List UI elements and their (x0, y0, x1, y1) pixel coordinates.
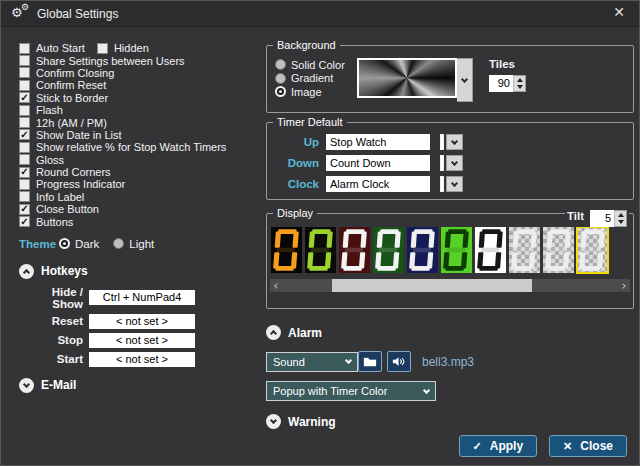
checkbox[interactable] (19, 117, 30, 128)
scrollbar-thumb[interactable] (332, 279, 532, 292)
digit-style-tile[interactable] (339, 227, 370, 273)
checkbox[interactable] (19, 179, 30, 190)
checkbox[interactable] (97, 43, 108, 54)
checkbox-item[interactable]: Share Settings between Users (19, 55, 185, 67)
timer-type-field[interactable]: Stop Watch (326, 134, 430, 150)
tiles-spinner-arrows[interactable] (513, 75, 526, 92)
theme-option[interactable]: Dark (59, 238, 99, 250)
timer-color-combo[interactable] (440, 134, 463, 150)
checkbox-item[interactable]: Confirm Reset (19, 79, 106, 91)
timer-color-combo[interactable] (440, 176, 463, 192)
alarm-sound-file[interactable]: bell3.mp3 (422, 355, 474, 369)
background-radio[interactable] (275, 59, 286, 70)
checkbox-item[interactable]: ✓Buttons (19, 216, 73, 228)
checkbox[interactable] (19, 142, 30, 153)
checkbox[interactable] (19, 67, 30, 78)
alarm-sound-select[interactable]: Sound (266, 352, 358, 372)
checkbox[interactable] (19, 43, 30, 54)
scroll-left-icon[interactable] (270, 279, 284, 292)
timer-type-field[interactable]: Alarm Clock (326, 176, 430, 192)
alarm-header[interactable]: Alarm (266, 325, 634, 340)
color-swatch-box[interactable] (440, 134, 444, 150)
checkbox[interactable]: ✓ (19, 204, 30, 215)
hotkeys-header-label: Hotkeys (41, 264, 88, 278)
hotkeys-header[interactable]: Hotkeys (19, 264, 263, 279)
digit-style-tile[interactable] (509, 227, 540, 273)
digit-style-tile[interactable] (441, 227, 472, 273)
theme-radio[interactable] (59, 238, 70, 249)
digit-style-tile[interactable] (577, 227, 608, 273)
digit-style-tile[interactable] (271, 227, 302, 273)
tilt-spinner-arrows[interactable] (614, 210, 627, 227)
spin-down-icon[interactable] (618, 220, 624, 224)
background-radio[interactable] (275, 86, 286, 97)
background-option[interactable]: Image (275, 85, 357, 99)
color-swatch-box[interactable] (440, 176, 444, 192)
color-dropdown-button[interactable] (446, 176, 463, 192)
digit-style-tile[interactable] (373, 227, 404, 273)
digit-style-tile[interactable] (543, 227, 574, 273)
checkbox[interactable] (19, 154, 30, 165)
collapse-up-icon[interactable] (19, 264, 34, 279)
checkbox[interactable] (19, 80, 30, 91)
digit-style-tile[interactable] (475, 227, 506, 273)
checkbox-item[interactable]: ✓Stick to Border (19, 92, 108, 104)
color-dropdown-button[interactable] (446, 155, 463, 171)
checkbox-item[interactable]: Hidden (97, 42, 149, 54)
checkbox-item[interactable]: Flash (19, 104, 63, 116)
titlebar-close-icon[interactable]: ✕ (613, 4, 625, 20)
checkbox-item[interactable]: 12h (AM / PM) (19, 117, 107, 129)
checkbox[interactable] (19, 191, 30, 202)
background-preview-dropdown-button[interactable] (457, 58, 473, 102)
warning-header[interactable]: Warning (266, 414, 634, 429)
scroll-right-icon[interactable] (616, 279, 630, 292)
color-dropdown-button[interactable] (446, 134, 463, 150)
display-scrollbar[interactable] (270, 279, 630, 292)
checkbox-item[interactable]: Gloss (19, 154, 64, 166)
checkbox[interactable] (19, 55, 30, 66)
checkbox-item[interactable]: Progress Indicator (19, 178, 125, 190)
checkbox[interactable]: ✓ (19, 92, 30, 103)
settings-gears-icon: ⚙ ⚙ (11, 5, 31, 23)
background-radio[interactable] (275, 73, 286, 84)
checkbox-item[interactable]: Show relative % for Stop Watch Timers (19, 141, 226, 153)
checkbox-item[interactable]: ✓Close Button (19, 203, 99, 215)
background-image-preview[interactable] (357, 58, 457, 98)
browse-sound-button[interactable] (358, 351, 382, 372)
checkbox-item[interactable]: ✓Show Date in List (19, 129, 122, 141)
hotkey-value-field[interactable]: < not set > (89, 352, 195, 367)
checkbox-item[interactable]: Confirm Closing (19, 67, 114, 79)
checkbox-item[interactable]: Info Label (19, 191, 84, 203)
apply-button[interactable]: ✓ Apply (459, 435, 538, 457)
theme-radio[interactable] (113, 238, 124, 249)
hotkey-value-field[interactable]: < not set > (89, 333, 195, 348)
hotkey-value-field[interactable]: < not set > (89, 314, 195, 329)
play-sound-button[interactable] (387, 351, 411, 372)
checkbox[interactable] (19, 105, 30, 116)
checkbox[interactable]: ✓ (19, 129, 30, 140)
spin-up-icon[interactable] (618, 213, 624, 217)
expand-down-icon[interactable] (19, 378, 34, 393)
alarm-popup-select[interactable]: Popup with Timer Color (266, 381, 436, 401)
checkbox[interactable]: ✓ (19, 216, 30, 227)
checkbox[interactable]: ✓ (19, 167, 30, 178)
tilt-value[interactable]: 5 (590, 210, 614, 227)
collapse-up-icon[interactable] (266, 325, 281, 340)
spin-up-icon[interactable] (517, 78, 523, 82)
background-option[interactable]: Gradient (275, 72, 357, 86)
checkbox-item[interactable]: Auto Start (19, 42, 85, 54)
color-swatch-box[interactable] (440, 155, 444, 171)
tiles-value[interactable]: 90 (489, 75, 513, 92)
hotkey-value-field[interactable]: Ctrl + NumPad4 (89, 290, 195, 305)
digit-style-tile[interactable] (407, 227, 438, 273)
expand-down-icon[interactable] (266, 414, 281, 429)
checkbox-item[interactable]: ✓Round Corners (19, 166, 111, 178)
close-button[interactable]: ✕ Close (549, 435, 627, 457)
theme-option[interactable]: Light (113, 238, 154, 250)
spin-down-icon[interactable] (517, 85, 523, 89)
timer-type-field[interactable]: Count Down (326, 155, 430, 171)
timer-color-combo[interactable] (440, 155, 463, 171)
email-header[interactable]: E-Mail (19, 378, 263, 393)
background-option[interactable]: Solid Color (275, 58, 357, 72)
digit-style-tile[interactable] (305, 227, 336, 273)
